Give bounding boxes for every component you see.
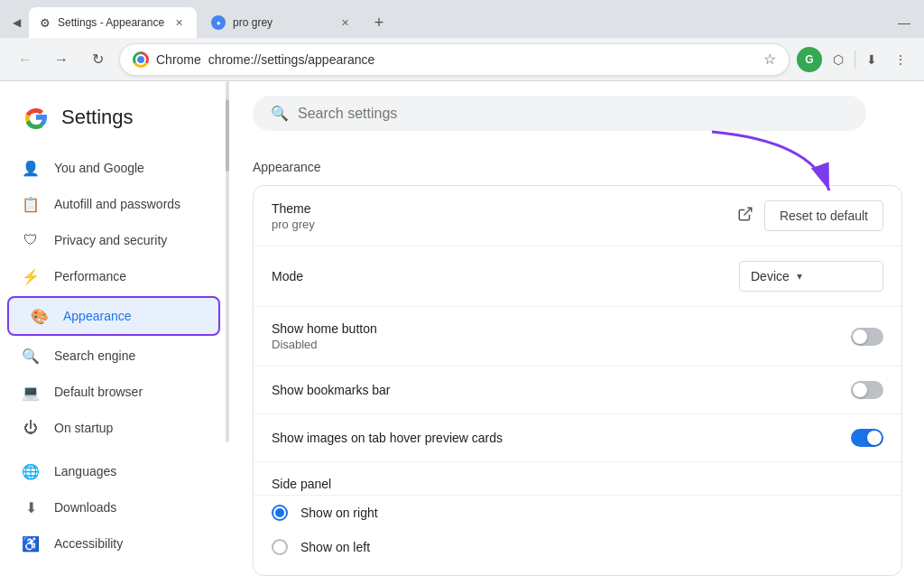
toggle-thumb-2 (853, 383, 867, 397)
search-input[interactable] (298, 106, 848, 122)
show-bookmarks-bar-toggle[interactable] (851, 381, 883, 399)
radio-circle-right (272, 505, 288, 521)
main-area: Settings 👤 You and Google 📋 Autofill and… (0, 81, 924, 585)
sidebar-label-appearance: Appearance (63, 309, 132, 323)
show-images-tab-hover-toggle[interactable] (851, 429, 883, 447)
sidebar-label-languages: Languages (54, 464, 116, 478)
show-images-tab-hover-control (851, 429, 883, 447)
mode-select[interactable]: Device ▾ (739, 261, 883, 292)
sidebar-item-accessibility[interactable]: ♿ Accessibility (0, 525, 220, 562)
side-panel-label-info: Side panel (272, 477, 883, 491)
reset-to-default-button[interactable]: Reset to default (764, 200, 883, 231)
content-area: 🔍 Appearance (231, 81, 924, 585)
chrome-logo (133, 51, 149, 68)
sidebar-item-on-startup[interactable]: ⏻ On startup (0, 410, 220, 446)
theme-setting-row: Theme pro grey Reset to default (254, 186, 901, 246)
mode-select-value: Device (751, 269, 790, 283)
bookmark-icon[interactable]: ☆ (763, 51, 776, 68)
download-icon[interactable]: ⬇ (859, 47, 884, 72)
external-link-icon[interactable] (737, 206, 753, 226)
svg-line-2 (744, 208, 751, 215)
radio-show-right[interactable]: Show on right (272, 496, 883, 530)
side-panel-label-row: Side panel (254, 462, 901, 496)
autofill-icon: 📋 (22, 195, 40, 213)
window-controls: — (892, 13, 917, 32)
sidebar-label-default-browser: Default browser (54, 385, 143, 399)
show-bookmarks-bar-info: Show bookmarks bar (272, 383, 851, 397)
sidebar-scrollbar[interactable] (226, 81, 229, 442)
forward-button[interactable]: → (47, 45, 76, 74)
toggle-thumb-3 (867, 431, 882, 445)
show-home-button-info: Show home button Disabled (272, 321, 851, 351)
minimize-button[interactable]: — (892, 13, 917, 32)
sidebar-item-appearance[interactable]: 🎨 Appearance (7, 296, 220, 336)
sidebar-item-downloads[interactable]: ⬇ Downloads (0, 489, 220, 525)
show-home-button-label: Show home button (272, 321, 851, 336)
toolbar-actions: G ⬡ ⬇ ⋮ (797, 47, 913, 72)
toolbar: ← → ↻ Chrome chrome://settings/appearanc… (0, 38, 924, 81)
tab-settings[interactable]: ⚙ Settings - Appearance ✕ (29, 7, 197, 38)
person-icon: 👤 (22, 159, 40, 177)
back-button[interactable]: ← (11, 45, 40, 74)
sidebar-item-you-and-google[interactable]: 👤 You and Google (0, 150, 220, 186)
show-images-tab-hover-label: Show images on tab hover preview cards (272, 431, 851, 445)
sidebar-title: Settings (61, 106, 134, 129)
radio-label-right: Show on right (300, 506, 378, 520)
toolbar-divider (855, 51, 855, 69)
mode-setting-info: Mode (272, 269, 739, 283)
search-bar-container: 🔍 (253, 81, 902, 145)
radio-show-left[interactable]: Show on left (272, 530, 883, 564)
chrome-label: Chrome (156, 52, 201, 67)
extensions-icon[interactable]: ⬡ (826, 47, 851, 72)
side-panel-label: Side panel (272, 477, 883, 491)
show-home-button-toggle[interactable] (851, 328, 883, 346)
sidebar-label-you-and-google: You and Google (54, 161, 144, 175)
sidebar-item-search-engine[interactable]: 🔍 Search engine (0, 338, 220, 374)
search-icon: 🔍 (271, 105, 289, 122)
browser-frame: ◀ ⚙ Settings - Appearance ✕ ● pro grey ✕… (0, 0, 924, 585)
reload-button[interactable]: ↻ (83, 45, 112, 74)
mode-label: Mode (272, 269, 739, 283)
sidebar-label-accessibility: Accessibility (54, 536, 123, 551)
address-text: chrome://settings/appearance (208, 52, 756, 67)
sidebar-item-privacy[interactable]: 🛡 Privacy and security (0, 222, 220, 258)
theme-label: Theme (272, 201, 737, 216)
side-panel-radio-group: Show on right Show on left (254, 496, 901, 575)
language-icon: 🌐 (22, 462, 40, 480)
power-icon: ⏻ (22, 419, 40, 437)
sidebar-scrollbar-thumb[interactable] (226, 99, 229, 172)
sidebar-label-autofill: Autofill and passwords (54, 197, 180, 211)
settings-tab-favicon: ⚙ (40, 16, 51, 30)
sidebar-label-search-engine: Search engine (54, 348, 135, 363)
accessibility-icon: ♿ (22, 534, 40, 552)
sidebar: Settings 👤 You and Google 📋 Autofill and… (0, 81, 231, 585)
pro-grey-tab-close[interactable]: ✕ (337, 15, 352, 30)
download-nav-icon: ⬇ (22, 498, 40, 516)
toggle-thumb (853, 330, 867, 344)
menu-icon[interactable]: ⋮ (888, 47, 913, 72)
new-tab-button[interactable]: + (366, 10, 392, 35)
settings-tab-title: Settings - Appearance (58, 16, 164, 29)
address-bar[interactable]: Chrome chrome://settings/appearance ☆ (119, 43, 790, 76)
tab-pro-grey[interactable]: ● pro grey ✕ (200, 7, 363, 38)
pro-grey-tab-title: pro grey (233, 16, 330, 29)
sidebar-item-default-browser[interactable]: 💻 Default browser (0, 374, 220, 410)
pro-grey-tab-favicon: ● (211, 15, 226, 30)
palette-icon: 🎨 (31, 307, 49, 325)
sidebar-logo: Settings (0, 96, 231, 150)
search-engine-icon: 🔍 (22, 347, 40, 365)
mode-setting-row: Mode Device ▾ (254, 246, 901, 307)
show-home-button-control (851, 328, 883, 346)
radio-label-left: Show on left (300, 540, 370, 554)
show-home-button-row: Show home button Disabled (254, 307, 901, 367)
sidebar-item-languages[interactable]: 🌐 Languages (0, 453, 220, 489)
search-bar[interactable]: 🔍 (253, 96, 866, 131)
sidebar-item-performance[interactable]: ⚡ Performance (0, 258, 220, 294)
sidebar-item-autofill[interactable]: 📋 Autofill and passwords (0, 186, 220, 222)
profile-icon[interactable]: G (797, 47, 822, 72)
tab-group-back[interactable]: ◀ (7, 14, 25, 32)
sidebar-label-performance: Performance (54, 269, 126, 283)
chevron-down-icon: ▾ (797, 270, 802, 283)
settings-tab-close[interactable]: ✕ (171, 15, 186, 30)
show-bookmarks-bar-control (851, 381, 883, 399)
